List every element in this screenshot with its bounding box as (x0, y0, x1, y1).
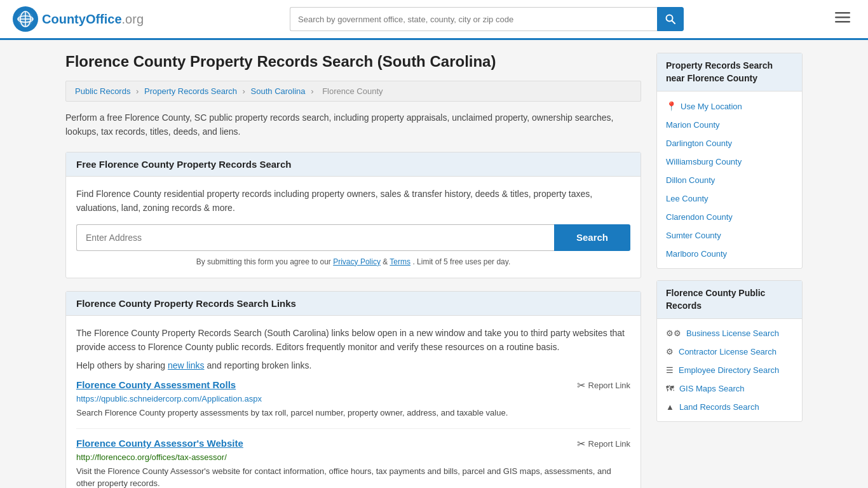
sidebar-item-business-license[interactable]: ⚙⚙ Business License Search (657, 324, 802, 342)
public-records-heading: Florence County Public Records (657, 281, 802, 319)
hamburger-menu-button[interactable] (830, 8, 855, 30)
sidebar-item-clarendon[interactable]: Clarendon County (657, 208, 802, 226)
breadcrumb-public-records[interactable]: Public Records (75, 86, 130, 96)
nearby-counties-body: 📍 Use My Location Marion County Darlingt… (657, 92, 802, 268)
record-desc-1: Visit the Florence County Assessor's web… (76, 465, 630, 488)
free-search-heading: Free Florence County Property Records Se… (66, 152, 641, 177)
record-item: Florence County Assessment Rolls ✂ Repor… (76, 370, 630, 429)
report-link-button-0[interactable]: ✂ Report Link (577, 379, 630, 391)
free-search-section: Free Florence County Property Records Se… (65, 152, 641, 278)
map-icon: 🗺 (666, 384, 674, 393)
links-body: The Florence County Property Records Sea… (66, 316, 641, 488)
list-icon: ☰ (666, 365, 674, 375)
sidebar-item-gis-maps[interactable]: 🗺 GIS Maps Search (657, 379, 802, 398)
address-search-button[interactable]: Search (554, 224, 630, 251)
free-search-body: Find Florence County residential propert… (66, 177, 641, 278)
page-description: Perform a free Florence County, SC publi… (65, 111, 641, 139)
links-section: Florence County Property Records Search … (65, 291, 641, 488)
gear-double-icon: ⚙⚙ (666, 329, 681, 338)
record-url-0[interactable]: https://qpublic.schneidercorp.com/Applic… (76, 394, 630, 403)
nearby-counties-heading: Property Records Search near Florence Co… (657, 53, 802, 92)
address-search-form: Search (76, 224, 630, 251)
sidebar-item-contractor-license[interactable]: ⚙ Contractor License Search (657, 342, 802, 361)
public-records-body: ⚙⚙ Business License Search ⚙ Contractor … (657, 319, 802, 421)
sidebar: Property Records Search near Florence Co… (656, 53, 803, 488)
new-links-link[interactable]: new links (168, 360, 205, 370)
sidebar-item-employee-directory[interactable]: ☰ Employee Directory Search (657, 361, 802, 379)
record-title-assessor-website[interactable]: Florence County Assessor's Website (76, 438, 243, 449)
logo-text: CountyOffice.org (42, 12, 144, 27)
gear-icon: ⚙ (666, 347, 674, 356)
record-url-1[interactable]: http://florenceco.org/offices/tax-assess… (76, 452, 630, 462)
site-header: CountyOffice.org (0, 0, 868, 40)
terms-link[interactable]: Terms (390, 257, 410, 266)
pin-icon: 📍 (666, 101, 677, 111)
breadcrumb-florence-county: Florence County (322, 86, 383, 96)
sidebar-item-marlboro[interactable]: Marlboro County (657, 245, 802, 263)
logo-icon (13, 6, 38, 32)
breadcrumb: Public Records › Property Records Search… (65, 81, 641, 102)
record-desc-0: Search Florence County property assessme… (76, 407, 630, 419)
land-icon: ▲ (666, 402, 674, 412)
header-search-container (290, 7, 684, 31)
sidebar-item-lee[interactable]: Lee County (657, 189, 802, 208)
report-icon: ✂ (577, 438, 585, 450)
sidebar-item-darlington[interactable]: Darlington County (657, 134, 802, 152)
record-title-assessment-rolls[interactable]: Florence County Assessment Rolls (76, 379, 236, 390)
links-description: The Florence County Property Records Sea… (76, 326, 630, 355)
share-text: Help others by sharing new links and rep… (76, 360, 630, 370)
sidebar-item-land-records[interactable]: ▲ Land Records Search (657, 398, 802, 416)
nearby-counties-section: Property Records Search near Florence Co… (656, 53, 803, 269)
svg-line-6 (672, 21, 675, 24)
breadcrumb-property-records-search[interactable]: Property Records Search (144, 86, 237, 96)
page-title: Florence County Property Records Search … (65, 53, 641, 71)
header-search-input[interactable] (290, 7, 657, 31)
report-link-button-1[interactable]: ✂ Report Link (577, 438, 630, 450)
public-records-section: Florence County Public Records ⚙⚙ Busine… (656, 280, 803, 422)
address-input[interactable] (76, 224, 554, 251)
links-heading: Florence County Property Records Search … (66, 292, 641, 316)
sidebar-item-williamsburg[interactable]: Williamsburg County (657, 152, 802, 171)
main-container: Florence County Property Records Search … (53, 40, 815, 488)
svg-rect-8 (835, 17, 850, 18)
sidebar-item-dillon[interactable]: Dillon County (657, 171, 802, 189)
record-item: Florence County Assessor's Website ✂ Rep… (76, 429, 630, 488)
record-title-row: Florence County Assessor's Website ✂ Rep… (76, 438, 630, 450)
svg-rect-7 (835, 12, 850, 14)
free-search-description: Find Florence County residential propert… (76, 187, 630, 215)
content-area: Florence County Property Records Search … (65, 53, 641, 488)
header-search-button[interactable] (657, 7, 684, 31)
record-title-row: Florence County Assessment Rolls ✂ Repor… (76, 379, 630, 391)
use-location-item: 📍 Use My Location (657, 97, 802, 116)
report-icon: ✂ (577, 379, 585, 391)
logo: CountyOffice.org (13, 6, 144, 32)
svg-rect-9 (835, 21, 850, 23)
use-location-link[interactable]: Use My Location (681, 102, 742, 111)
privacy-policy-link[interactable]: Privacy Policy (333, 257, 381, 266)
sidebar-item-sumter[interactable]: Sumter County (657, 226, 802, 245)
sidebar-item-marion[interactable]: Marion County (657, 116, 802, 134)
form-disclaimer: By submitting this form you agree to our… (76, 256, 630, 268)
breadcrumb-south-carolina[interactable]: South Carolina (251, 86, 306, 96)
